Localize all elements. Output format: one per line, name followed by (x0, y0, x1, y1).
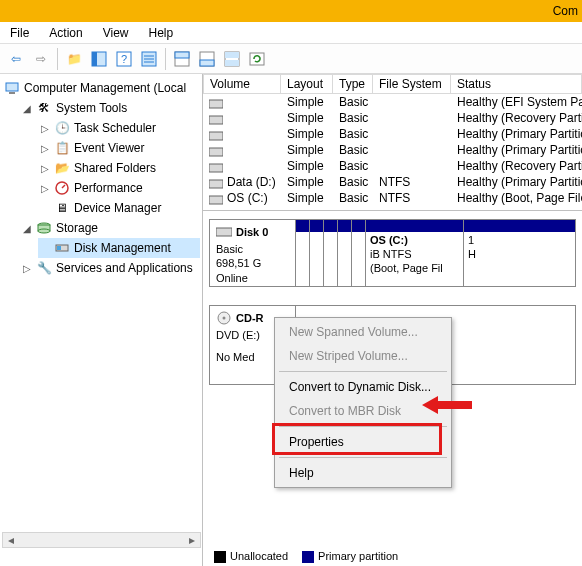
volume-icon (209, 146, 223, 156)
partition-os-c[interactable]: OS (C:) iB NTFS (Boot, Page Fil (366, 220, 464, 286)
expand-icon[interactable]: ▷ (40, 163, 50, 174)
legend-primary: Primary partition (302, 550, 398, 563)
ctx-properties[interactable]: Properties (277, 430, 449, 454)
svg-rect-25 (209, 100, 223, 108)
volume-fs (373, 117, 451, 119)
clock-icon: 🕒 (54, 120, 70, 136)
volume-type: Basic (333, 142, 373, 158)
col-type[interactable]: Type (333, 74, 373, 94)
volume-icon (209, 194, 223, 204)
col-filesystem[interactable]: File System (373, 74, 451, 94)
titlebar: Com (0, 0, 582, 22)
menubar: File Action View Help (0, 22, 582, 44)
svg-rect-1 (92, 52, 97, 66)
shared-folder-icon: 📂 (54, 160, 70, 176)
svg-point-34 (223, 317, 226, 320)
tree-root[interactable]: Computer Management (Local (2, 78, 200, 98)
collapse-icon[interactable]: ◢ (22, 103, 32, 114)
volume-icon (209, 178, 223, 188)
menu-action[interactable]: Action (39, 23, 92, 43)
volume-row[interactable]: OS (C:)SimpleBasicNTFSHealthy (Boot, Pag… (203, 190, 582, 206)
scroll-right-icon[interactable]: ▸ (184, 533, 200, 547)
volume-type: Basic (333, 158, 373, 174)
toolbar-divider (165, 48, 166, 70)
tree-label: Performance (74, 181, 143, 195)
partition-cell[interactable] (324, 220, 338, 286)
partition-cell[interactable] (310, 220, 324, 286)
expand-icon[interactable]: ▷ (40, 143, 50, 154)
expand-icon[interactable]: ▷ (40, 183, 50, 194)
svg-point-22 (38, 229, 50, 233)
volume-row[interactable]: SimpleBasicHealthy (Recovery Partition) (203, 158, 582, 174)
ctx-new-striped: New Striped Volume... (277, 344, 449, 368)
partition-cell[interactable] (352, 220, 366, 286)
partition-cell[interactable] (338, 220, 352, 286)
tree-storage[interactable]: ◢ Storage (20, 218, 200, 238)
volume-row[interactable]: SimpleBasicHealthy (EFI System Partitio (203, 94, 582, 110)
view-bottom-button[interactable] (195, 47, 219, 71)
svg-rect-13 (225, 52, 239, 58)
volume-row[interactable]: SimpleBasicHealthy (Primary Partition) (203, 126, 582, 142)
tree-performance[interactable]: ▷ Performance (38, 178, 200, 198)
collapse-icon[interactable]: ◢ (22, 223, 32, 234)
event-icon: 📋 (54, 140, 70, 156)
show-hide-tree-button[interactable] (87, 47, 111, 71)
view-settings-button[interactable] (220, 47, 244, 71)
expand-icon[interactable]: ▷ (40, 123, 50, 134)
tree-event-viewer[interactable]: ▷ 📋 Event Viewer (38, 138, 200, 158)
expand-icon[interactable]: ▷ (22, 263, 32, 274)
back-button[interactable]: ⇦ (4, 47, 28, 71)
menu-help[interactable]: Help (139, 23, 184, 43)
tree-label: Disk Management (74, 241, 171, 255)
cdrom-icon (216, 310, 232, 326)
menu-view[interactable]: View (93, 23, 139, 43)
folder-up-icon: 📁 (67, 52, 82, 66)
volume-status: Healthy (Primary Partition) (451, 174, 582, 190)
disk-0-header[interactable]: Disk 0 Basic 698,51 G Online (210, 220, 296, 286)
ctx-convert-dynamic[interactable]: Convert to Dynamic Disk... (277, 375, 449, 399)
context-menu: New Spanned Volume... New Striped Volume… (274, 317, 452, 488)
volume-row[interactable]: Data (D:)SimpleBasicNTFSHealthy (Primary… (203, 174, 582, 190)
action-list-button[interactable] (137, 47, 161, 71)
pane-icon (91, 51, 107, 67)
tree-disk-management[interactable]: Disk Management (38, 238, 200, 258)
tree-label: System Tools (56, 101, 127, 115)
volume-icon (209, 162, 223, 172)
col-layout[interactable]: Layout (281, 74, 333, 94)
tree-label: Services and Applications (56, 261, 193, 275)
ctx-help[interactable]: Help (277, 461, 449, 485)
col-volume[interactable]: Volume (203, 74, 281, 94)
disk-icon (216, 224, 232, 240)
volume-row[interactable]: SimpleBasicHealthy (Primary Partition) (203, 142, 582, 158)
volume-status: Healthy (EFI System Partitio (451, 94, 582, 110)
forward-button[interactable]: ⇨ (29, 47, 53, 71)
tree-system-tools[interactable]: ◢ 🛠 System Tools (20, 98, 200, 118)
menu-file[interactable]: File (0, 23, 39, 43)
disk-0-strip[interactable]: Disk 0 Basic 698,51 G Online OS (C:) iB … (209, 219, 576, 287)
partition-cell[interactable]: 1 H (464, 220, 575, 286)
ctx-convert-mbr: Convert to MBR Disk (277, 399, 449, 423)
svg-rect-28 (209, 148, 223, 156)
volume-row[interactable]: SimpleBasicHealthy (Recovery Partition) (203, 110, 582, 126)
volume-type: Basic (333, 126, 373, 142)
up-button[interactable]: 📁 (62, 47, 86, 71)
volume-layout: Simple (281, 174, 333, 190)
help-button[interactable]: ? (112, 47, 136, 71)
tree-services[interactable]: ▷ 🔧 Services and Applications (20, 258, 200, 278)
col-status[interactable]: Status (451, 74, 582, 94)
scroll-left-icon[interactable]: ◂ (3, 533, 19, 547)
tree-h-scrollbar[interactable]: ◂ ▸ (2, 532, 201, 548)
partition-cell[interactable] (296, 220, 310, 286)
tree-task-scheduler[interactable]: ▷ 🕒 Task Scheduler (38, 118, 200, 138)
svg-rect-31 (209, 196, 223, 204)
refresh-button[interactable] (245, 47, 269, 71)
services-icon: 🔧 (36, 260, 52, 276)
volume-fs (373, 133, 451, 135)
storage-icon (36, 220, 52, 236)
window-title: Com (553, 4, 578, 18)
tree-device-manager[interactable]: 🖥 Device Manager (38, 198, 200, 218)
view-top-button[interactable] (170, 47, 194, 71)
tree-shared-folders[interactable]: ▷ 📂 Shared Folders (38, 158, 200, 178)
arrow-right-icon: ⇨ (36, 52, 46, 66)
svg-rect-26 (209, 116, 223, 124)
